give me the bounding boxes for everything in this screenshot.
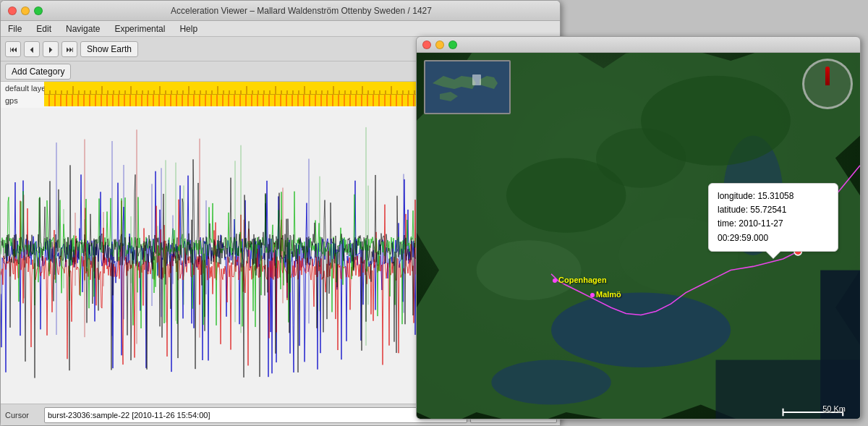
menu-help[interactable]: Help: [176, 22, 200, 35]
map-window: Copenhagen Malmö longitude: 15.31058 lat…: [416, 36, 861, 419]
map-title-bar: [417, 37, 860, 53]
map-max-button[interactable]: [448, 41, 457, 49]
cursor-value: burst-23036:sample-22 [2010-11-26 15:54:…: [44, 407, 467, 423]
compass-needle: [825, 67, 830, 85]
menu-bar: File Edit Navigate Experimental Help: [1, 21, 560, 37]
map-content: Copenhagen Malmö longitude: 15.31058 lat…: [417, 53, 860, 419]
map-min-button[interactable]: [435, 41, 444, 49]
city-copenhagen: Copenhagen: [553, 276, 607, 284]
svg-point-96: [596, 128, 686, 188]
city-malmo: Malmö: [590, 290, 621, 299]
svg-rect-106: [472, 74, 481, 85]
window-title: Acceleration Viewer – Mallard Waldenströ…: [50, 6, 553, 16]
title-bar: Acceleration Viewer – Mallard Waldenströ…: [1, 1, 560, 21]
default-layer-label: default layer: [5, 82, 48, 95]
show-earth-button[interactable]: Show Earth: [80, 41, 138, 57]
rewind-button[interactable]: ⏮: [5, 41, 21, 57]
cursor-label: Cursor: [1, 411, 44, 419]
menu-file[interactable]: File: [5, 22, 25, 35]
fast-forward-button[interactable]: ⏭: [61, 41, 77, 57]
compass-ring: [802, 59, 853, 109]
menu-experimental[interactable]: Experimental: [111, 22, 168, 35]
svg-point-97: [477, 240, 582, 300]
maximize-button[interactable]: [34, 7, 43, 15]
tooltip-duration: 00:29:59.000: [718, 231, 829, 245]
scale-label: 50 Km: [822, 404, 846, 413]
add-category-button[interactable]: Add Category: [5, 64, 71, 80]
prev-button[interactable]: ⏴: [24, 41, 40, 57]
svg-point-91: [551, 293, 731, 367]
minimize-button[interactable]: [21, 7, 30, 15]
window-controls: [8, 7, 43, 15]
next-button[interactable]: ⏵: [43, 41, 59, 57]
svg-point-92: [491, 360, 610, 405]
menu-edit[interactable]: Edit: [33, 22, 54, 35]
minimap: [424, 60, 511, 114]
tooltip-time: time: 2010-11-27: [718, 217, 829, 231]
menu-navigate[interactable]: Navigate: [63, 22, 103, 35]
compass: [802, 59, 853, 109]
tooltip-latitude: latitude: 55.72541: [718, 203, 829, 217]
map-window-controls: [422, 41, 457, 49]
tooltip-longitude: longitude: 15.31058: [718, 189, 829, 203]
satellite-background: Copenhagen Malmö longitude: 15.31058 lat…: [417, 53, 860, 419]
map-tooltip: longitude: 15.31058 latitude: 55.72541 t…: [708, 183, 838, 252]
minimap-world: [425, 61, 509, 113]
gps-layer-label: gps: [5, 95, 18, 106]
close-button[interactable]: [8, 7, 17, 15]
map-close-button[interactable]: [422, 41, 431, 49]
